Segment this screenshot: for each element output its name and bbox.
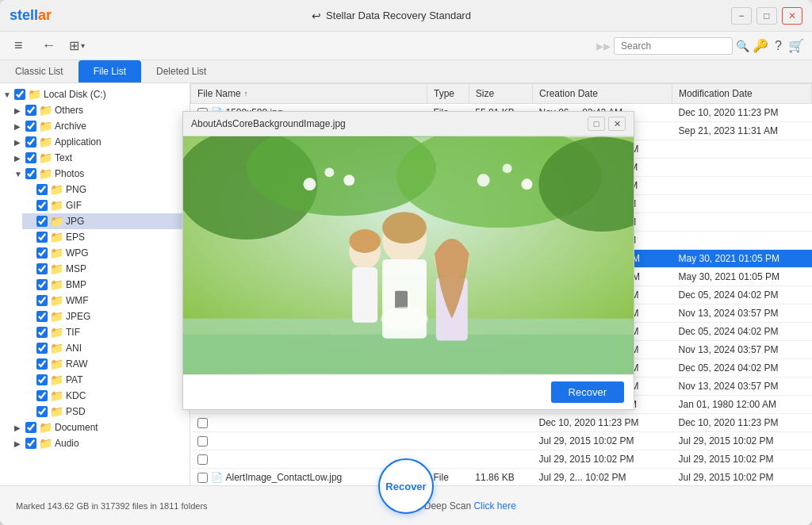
- sidebar-item-jpeg[interactable]: 📁JPEG: [22, 308, 190, 324]
- file-modified-cell: May 30, 2021 01:05 PM: [672, 268, 811, 286]
- tab-classic-list[interactable]: Classic List: [0, 60, 79, 82]
- sidebar-checkbox-text[interactable]: [25, 152, 36, 163]
- file-row-checkbox[interactable]: [197, 436, 208, 446]
- tab-file-list[interactable]: File List: [79, 60, 141, 82]
- sidebar-item-tif[interactable]: 📁TIF: [22, 324, 190, 340]
- file-row-checkbox[interactable]: [197, 454, 208, 465]
- tree-toggle[interactable]: ▶: [14, 138, 25, 147]
- sidebar-item-raw[interactable]: 📁RAW: [22, 356, 190, 372]
- sidebar-item-document[interactable]: ▶ 📁 Document: [11, 420, 190, 435]
- tree-toggle[interactable]: ▼: [3, 90, 14, 99]
- sidebar-item-others[interactable]: ▶ 📁 Others: [11, 102, 190, 118]
- file-row-checkbox[interactable]: [197, 473, 208, 483]
- file-row-checkbox[interactable]: [197, 418, 208, 428]
- sidebar-label-application: Application: [55, 136, 102, 148]
- tab-deleted-list[interactable]: Deleted List: [141, 60, 221, 82]
- col-header-name[interactable]: File Name ↑: [191, 84, 427, 104]
- sidebar-checkbox-pat[interactable]: [36, 374, 48, 385]
- sidebar-checkbox-png[interactable]: [36, 184, 48, 195]
- sidebar-checkbox-tif[interactable]: [36, 327, 48, 338]
- sidebar-checkbox-others[interactable]: [25, 105, 36, 116]
- file-modified-cell: Dec 05, 2024 04:02 PM: [672, 359, 811, 377]
- sidebar-checkbox-jpeg[interactable]: [36, 311, 48, 322]
- key-button[interactable]: 🔑: [753, 38, 768, 53]
- sidebar-checkbox-document[interactable]: [25, 422, 36, 433]
- file-modified-cell: Nov 13, 2024 03:57 PM: [672, 377, 811, 396]
- sidebar-checkbox-photos[interactable]: [25, 168, 36, 179]
- sidebar-item-application[interactable]: ▶ 📁 Application: [11, 134, 190, 150]
- sidebar-checkbox-gif[interactable]: [36, 200, 48, 211]
- sidebar-item-kdc[interactable]: 📁KDC: [22, 388, 190, 404]
- sidebar-item-psd[interactable]: 📁PSD: [22, 404, 190, 420]
- file-modified-cell: [672, 232, 811, 250]
- table-row[interactable]: 📄 Dec 10, 2020 11:23 PM Dec 10, 2020 11:…: [191, 414, 812, 432]
- maximize-button[interactable]: □: [756, 7, 777, 25]
- sidebar-item-ani[interactable]: 📁ANI: [22, 340, 190, 356]
- col-header-size[interactable]: Size: [469, 84, 532, 104]
- recover-main-button[interactable]: Recover: [378, 458, 434, 514]
- sidebar-item-gif[interactable]: 📁GIF: [22, 197, 190, 213]
- tree-toggle[interactable]: ▶: [14, 122, 25, 131]
- grid-view-button[interactable]: ⊞ ▾: [69, 38, 85, 53]
- sidebar-checkbox-local-disk[interactable]: [14, 89, 25, 100]
- sidebar-item-local-disk[interactable]: ▼ 📁 Local Disk (C:): [0, 86, 190, 102]
- sidebar-item-photos[interactable]: ▼ 📁 Photos: [11, 166, 190, 182]
- search-input[interactable]: [614, 37, 733, 55]
- sidebar-item-pat[interactable]: 📁PAT: [22, 372, 190, 388]
- file-modified-cell: Nov 13, 2024 03:57 PM: [672, 341, 811, 359]
- close-button[interactable]: ✕: [782, 7, 802, 25]
- sidebar-checkbox-eps[interactable]: [36, 232, 48, 243]
- sidebar-checkbox-archive[interactable]: [25, 121, 36, 132]
- sidebar-checkbox-audio[interactable]: [25, 438, 36, 449]
- sidebar-label-document: Document: [55, 422, 98, 433]
- sidebar-item-msp[interactable]: 📁MSP: [22, 261, 190, 277]
- sidebar-item-jpg[interactable]: 📁JPG: [22, 213, 190, 229]
- back-button[interactable]: ←: [36, 34, 63, 57]
- sidebar-item-archive[interactable]: ▶ 📁 Archive: [11, 118, 190, 134]
- tree-toggle[interactable]: ▶: [14, 106, 25, 115]
- file-icon: 📄: [211, 472, 223, 483]
- sidebar-checkbox-psd[interactable]: [36, 406, 48, 417]
- col-header-created[interactable]: Creation Date: [533, 84, 672, 104]
- sidebar-checkbox-wpg[interactable]: [36, 247, 48, 259]
- preview-close-button[interactable]: ✕: [608, 117, 626, 131]
- col-header-type[interactable]: Type: [427, 84, 469, 104]
- sidebar-item-eps[interactable]: 📁EPS: [22, 229, 190, 245]
- table-row[interactable]: 📄 Jul 29, 2015 10:02 PM Jul 29, 2015 10:…: [191, 450, 812, 469]
- preview-titlebar-buttons: □ ✕: [588, 117, 626, 131]
- titlebar-controls: − □ ✕: [731, 7, 802, 25]
- sidebar-checkbox-application[interactable]: [25, 136, 36, 148]
- sidebar-checkbox-jpg[interactable]: [36, 216, 48, 227]
- col-header-modified[interactable]: Modification Date: [672, 84, 811, 104]
- sidebar-checkbox-wmf[interactable]: [36, 295, 48, 306]
- preview-recover-button[interactable]: Recover: [551, 381, 624, 403]
- dropdown-arrow: ▾: [81, 41, 85, 50]
- table-row[interactable]: 📄AlertImage_ContactLow.jpg File 11.86 KB…: [191, 469, 812, 486]
- help-button[interactable]: ?: [775, 38, 782, 53]
- sidebar-checkbox-bmp[interactable]: [36, 279, 48, 290]
- tree-toggle[interactable]: ▶: [14, 154, 25, 163]
- table-row[interactable]: 📄 Jul 29, 2015 10:02 PM Jul 29, 2015 10:…: [191, 432, 812, 450]
- search-button[interactable]: 🔍: [736, 40, 749, 52]
- preview-recover-bar: Recover: [183, 374, 634, 409]
- preview-minimize-button[interactable]: □: [588, 117, 605, 131]
- minimize-button[interactable]: −: [731, 7, 752, 25]
- sidebar-item-wmf[interactable]: 📁WMF: [22, 293, 190, 308]
- sort-arrow-name: ↑: [244, 90, 248, 98]
- file-modified-cell: [672, 159, 811, 177]
- cart-button[interactable]: 🛒: [788, 38, 804, 53]
- sidebar-checkbox-raw[interactable]: [36, 358, 48, 370]
- sidebar-item-audio[interactable]: ▶ 📁 Audio: [11, 435, 190, 451]
- sidebar-item-text[interactable]: ▶ 📁 Text: [11, 150, 190, 166]
- deep-scan-link[interactable]: Click here: [473, 500, 515, 512]
- menu-button[interactable]: ≡: [8, 34, 29, 57]
- sidebar-item-wpg[interactable]: 📁WPG: [22, 245, 190, 261]
- file-modified-cell: Dec 10, 2020 11:23 PM: [672, 104, 811, 122]
- sidebar-checkbox-msp[interactable]: [36, 263, 48, 274]
- sidebar-checkbox-ani[interactable]: [36, 343, 48, 354]
- sidebar-item-bmp[interactable]: 📁BMP: [22, 277, 190, 293]
- sidebar-item-png[interactable]: 📁PNG: [22, 182, 190, 197]
- sidebar-checkbox-kdc[interactable]: [36, 390, 48, 401]
- tree-toggle[interactable]: ▼: [14, 170, 25, 178]
- file-modified-cell: [672, 213, 811, 232]
